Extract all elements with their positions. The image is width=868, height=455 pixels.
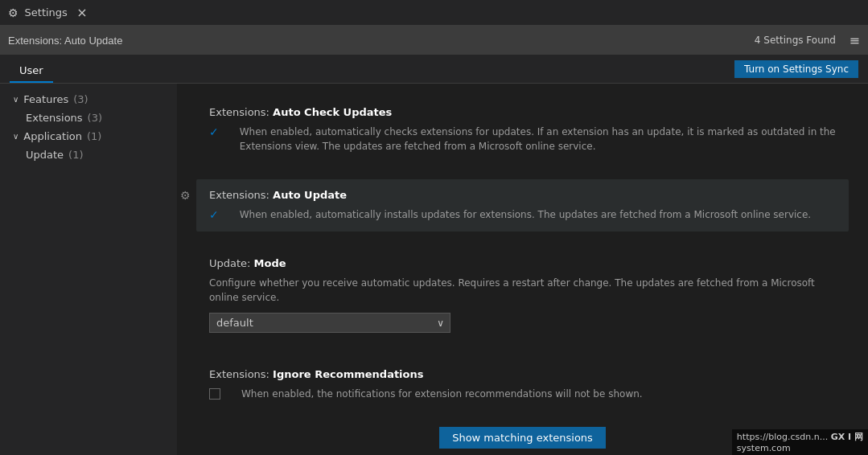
search-input[interactable] — [8, 35, 860, 47]
chevron-down-icon-app: ∨ — [13, 132, 19, 141]
sync-button[interactable]: Turn on Settings Sync — [734, 60, 858, 78]
setting-desc-auto-check: When enabled, automatically checks exten… — [240, 125, 836, 154]
setting-title-update-mode: Update: Mode — [209, 257, 836, 269]
setting-title-bold-update-mode: Mode — [254, 257, 286, 269]
sidebar-item-extensions[interactable]: Extensions (3) — [0, 109, 177, 127]
filter-icon[interactable]: ≡ — [849, 33, 860, 48]
setting-title-bold-auto-check: Auto Check Updates — [273, 106, 392, 118]
search-bar: 4 Settings Found ≡ — [0, 26, 868, 55]
setting-title-ignore-rec: Extensions: Ignore Recommendations — [209, 368, 836, 380]
gear-icon: ⚙ — [180, 189, 191, 202]
setting-desc-ignore-rec: When enabled, the notifications for exte… — [241, 387, 643, 401]
show-extensions-button[interactable]: Show matching extensions — [439, 427, 606, 449]
setting-auto-update: ⚙ Extensions: Auto Update ✓ When enabled… — [196, 179, 849, 232]
tab-user[interactable]: User — [10, 59, 53, 83]
main-layout: ∨ Features (3) Extensions (3) ∨ Applicat… — [0, 84, 868, 455]
settings-icon: ⚙ — [8, 6, 19, 19]
sidebar-item-features[interactable]: ∨ Features (3) — [0, 90, 177, 109]
sidebar-label-application: Application — [23, 130, 82, 142]
dropdown-wrapper: default none manual start ∨ — [209, 313, 450, 333]
sidebar-label-update: Update — [26, 149, 64, 161]
setting-auto-check-updates: Extensions: Auto Check Updates ✓ When en… — [196, 96, 849, 163]
checkmark-auto-update[interactable]: ✓ — [209, 208, 219, 221]
setting-checkbox-row-auto-update: ✓ When enabled, automatically installs u… — [209, 207, 836, 222]
titlebar-title: Settings — [25, 6, 68, 18]
sidebar-label-extensions: Extensions — [26, 112, 83, 124]
tabs-bar: User Turn on Settings Sync — [0, 55, 868, 84]
setting-title-auto-update: Extensions: Auto Update — [209, 189, 836, 201]
setting-desc-update-mode: Configure whether you receive automatic … — [209, 276, 836, 305]
sidebar-count-features: (3) — [73, 93, 88, 105]
chevron-down-icon: ∨ — [13, 95, 19, 104]
sidebar-label-features: Features — [23, 93, 68, 105]
checkmark-auto-check[interactable]: ✓ — [209, 125, 219, 138]
sidebar-item-application[interactable]: ∨ Application (1) — [0, 127, 177, 146]
setting-title-auto-check: Extensions: Auto Check Updates — [209, 106, 836, 118]
titlebar: ⚙ Settings × — [0, 0, 868, 26]
close-icon[interactable]: × — [76, 6, 88, 19]
sidebar-count-application: (1) — [87, 130, 101, 142]
setting-checkbox-row-ignore-rec: When enabled, the notifications for exte… — [209, 387, 836, 401]
setting-desc-auto-update: When enabled, automatically installs upd… — [240, 207, 811, 222]
mode-dropdown[interactable]: default none manual start — [209, 313, 450, 333]
sidebar: ∨ Features (3) Extensions (3) ∨ Applicat… — [0, 84, 177, 455]
checkbox-ignore-rec[interactable] — [209, 388, 220, 400]
setting-title-bold-ignore-rec: Ignore Recommendations — [273, 368, 423, 380]
setting-title-bold-auto-update: Auto Update — [273, 189, 347, 201]
watermark: https://blog.csdn.n... GX I 网system.com — [732, 429, 868, 455]
setting-checkbox-row-auto-check: ✓ When enabled, automatically checks ext… — [209, 125, 836, 154]
sidebar-count-update: (1) — [68, 149, 83, 161]
sidebar-item-update[interactable]: Update (1) — [0, 146, 177, 164]
setting-ignore-recommendations: Extensions: Ignore Recommendations When … — [196, 359, 849, 411]
sidebar-count-extensions: (3) — [88, 112, 102, 124]
setting-update-mode: Update: Mode Configure whether you recei… — [196, 248, 849, 342]
content-area: Extensions: Auto Check Updates ✓ When en… — [177, 84, 868, 455]
search-results-badge: 4 Settings Found — [755, 35, 836, 46]
